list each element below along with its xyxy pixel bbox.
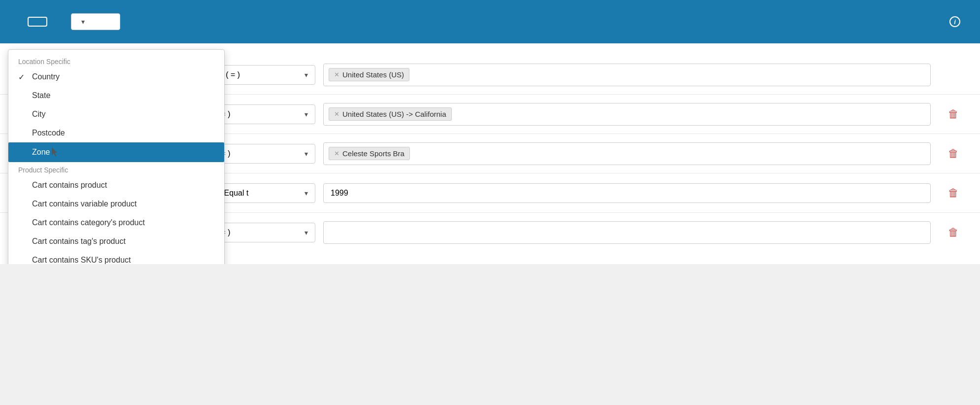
info-icon: i	[949, 16, 960, 27]
tag-label: United States (US) -> California	[342, 110, 446, 118]
value-tag: ✕ Celeste Sports Bra	[329, 147, 410, 160]
dropdown-item-cart-tag[interactable]: Cart contains tag's product	[8, 232, 224, 251]
dropdown-item-zone[interactable]: Zone	[8, 142, 224, 162]
operator-chevron-icon: ▾	[304, 71, 308, 79]
value-input[interactable]: 1999	[323, 183, 931, 203]
dropdown-item-cart-category[interactable]: Cart contains category's product	[8, 213, 224, 232]
add-rule-button[interactable]	[28, 17, 47, 27]
value-container[interactable]: ✕ Celeste Sports Bra	[323, 142, 931, 165]
tag-remove-icon[interactable]: ✕	[334, 110, 339, 118]
dropdown-item-cart-sku[interactable]: Cart contains SKU's product	[8, 251, 224, 264]
operator-chevron-icon: ▾	[304, 229, 308, 236]
dropdown-item-city[interactable]: City	[8, 105, 224, 124]
dropdown-group-label: Location Specific	[8, 54, 224, 68]
dropdown-item-postcode[interactable]: Postcode	[8, 124, 224, 142]
delete-rule-button[interactable]: 🗑	[948, 147, 959, 160]
value-container[interactable]: ✕ United States (US)	[323, 64, 931, 86]
value-tag: ✕ United States (US) -> California	[329, 107, 452, 121]
operator-chevron-icon: ▾	[304, 150, 308, 158]
value-container[interactable]	[323, 221, 931, 244]
type-dropdown[interactable]: Location SpecificCountryStateCityPostcod…	[8, 49, 225, 264]
delete-rule-button[interactable]: 🗑	[948, 108, 959, 121]
value-tag: ✕ United States (US)	[329, 68, 409, 81]
dropdown-item-country[interactable]: Country	[8, 68, 224, 86]
delete-rule-button[interactable]: 🗑	[948, 226, 959, 239]
operator-chevron-icon: ▾	[304, 110, 308, 118]
tag-remove-icon[interactable]: ✕	[334, 150, 339, 157]
dropdown-group-label: Product Specific	[8, 162, 224, 176]
tag-remove-icon[interactable]: ✕	[334, 71, 339, 78]
dropdown-item-state[interactable]: State	[8, 86, 224, 105]
header: ▾ i	[0, 0, 980, 43]
delete-rule-button[interactable]: 🗑	[948, 187, 959, 200]
value-container[interactable]: ✕ United States (US) -> California	[323, 103, 931, 126]
match-select[interactable]: ▾	[71, 13, 120, 30]
tag-label: United States (US)	[342, 70, 404, 79]
match-select-chevron-icon: ▾	[81, 18, 85, 26]
tag-label: Celeste Sports Bra	[342, 149, 405, 158]
dropdown-item-cart-product[interactable]: Cart contains product	[8, 176, 224, 195]
rules-container: Country ▾ Equal to ( = ) ▾ ✕ United Stat…	[0, 43, 980, 264]
dropdown-item-cart-variable[interactable]: Cart contains variable product	[8, 195, 224, 213]
cursor-icon	[52, 147, 59, 157]
operator-chevron-icon: ▾	[304, 189, 308, 197]
view-documentation-button[interactable]: i	[949, 16, 964, 27]
